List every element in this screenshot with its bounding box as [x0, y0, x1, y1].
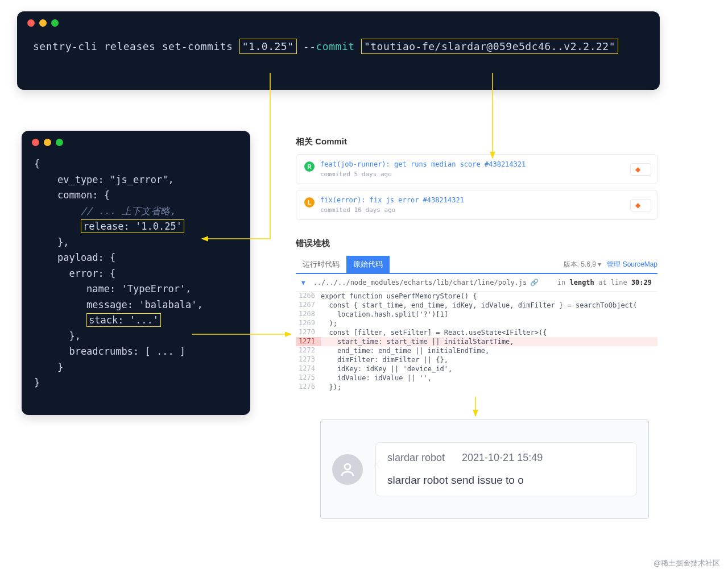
window-controls	[17, 11, 660, 27]
chat-bubble: slardar robot 2021-10-21 15:49 slardar r…	[375, 442, 637, 496]
chat-sender: slardar robot	[387, 452, 445, 464]
right-column: 相关 Commit Rfeat(job-runner): get runs me…	[296, 136, 657, 392]
commit-meta: commited 10 days ago	[320, 206, 649, 214]
chat-time: 2021-10-21 15:49	[462, 452, 543, 464]
error-json: { ev_type: "js_error", common: { // ... …	[22, 146, 250, 404]
trace-file-path: ../../../node_modules/echarts/lib/chart/…	[313, 279, 527, 286]
release-highlight: release: '1.0.25'	[81, 219, 184, 233]
code-text: });	[321, 383, 657, 392]
minimize-icon[interactable]	[39, 19, 47, 27]
cli-repo-ref-highlight: "toutiao-fe/slardar@059e5dc46..v2.2.22"	[361, 39, 618, 54]
stacktrace-tabs: 运行时代码 原始代码 版本: 5.6.9 ▾ 管理 SourceMap	[296, 256, 657, 274]
close-icon[interactable]	[27, 19, 35, 27]
line-number: 1269	[296, 319, 321, 328]
line-number: 1268	[296, 310, 321, 319]
chat-message: slardar robot send issue to o	[387, 474, 625, 487]
related-commit-heading: 相关 Commit	[296, 136, 657, 147]
code-row: 1273 dimFilter: dimFilter || {},	[296, 355, 657, 364]
gitlab-badge[interactable]: ◆	[630, 199, 651, 211]
code-text: const { start_time, end_time, idKey, idV…	[321, 301, 657, 310]
commit-meta: commited 5 days ago	[320, 171, 649, 178]
commit-avatar: L	[304, 197, 315, 207]
trace-location: in length at line 30:29	[557, 279, 652, 286]
code-row: 1270 const [filter, setFilter] = React.u…	[296, 328, 657, 337]
commit-card[interactable]: Lfix(error): fix js error #438214321comm…	[296, 190, 657, 220]
line-number: 1273	[296, 355, 321, 364]
code-text: export function usePerfMemoryStore() {	[321, 292, 657, 301]
tab-runtime-code[interactable]: 运行时代码	[296, 256, 346, 273]
caret-down-icon[interactable]: ▼	[301, 279, 305, 286]
code-row: 1269 );	[296, 319, 657, 328]
minimize-icon[interactable]	[44, 139, 51, 146]
cli-commit-keyword: commit	[316, 40, 355, 52]
line-number: 1275	[296, 373, 321, 383]
code-row: 1271 start_time: start_time || initialSt…	[296, 337, 657, 346]
code-text: end_time: end_time || initialEndTime,	[321, 346, 657, 355]
left-terminal: { ev_type: "js_error", common: { // ... …	[22, 131, 250, 415]
version-dropdown[interactable]: 5.6.9 ▾	[581, 260, 601, 268]
cli-prefix: sentry-cli releases set-commits	[33, 40, 233, 52]
top-terminal: sentry-cli releases set-commits "1.0.25"…	[17, 11, 660, 90]
tab-source-code[interactable]: 原始代码	[346, 256, 390, 273]
stacktrace-heading: 错误堆栈	[296, 238, 657, 249]
commit-avatar: R	[304, 161, 315, 172]
line-number: 1271	[296, 337, 321, 346]
commit-title[interactable]: feat(job-runner): get runs median score …	[320, 160, 649, 168]
close-icon[interactable]	[32, 139, 39, 146]
trace-file-header[interactable]: ▼ ../../../node_modules/echarts/lib/char…	[296, 274, 657, 292]
svg-point-0	[345, 464, 350, 470]
code-text: idKey: idKey || 'device_id',	[321, 364, 657, 373]
maximize-icon[interactable]	[56, 139, 63, 146]
manage-sourcemap-link[interactable]: 管理 SourceMap	[607, 260, 657, 269]
code-text: start_time: start_time || initialStartTi…	[321, 337, 657, 346]
chat-card: slardar robot 2021-10-21 15:49 slardar r…	[320, 420, 649, 519]
line-number: 1272	[296, 346, 321, 355]
code-row: 1266export function usePerfMemoryStore()…	[296, 292, 657, 301]
code-row: 1267 const { start_time, end_time, idKey…	[296, 301, 657, 310]
line-number: 1266	[296, 292, 321, 301]
link-icon[interactable]: 🔗	[530, 279, 539, 286]
cli-command: sentry-cli releases set-commits "1.0.25"…	[17, 27, 660, 68]
commit-card[interactable]: Rfeat(job-runner): get runs median score…	[296, 154, 657, 184]
line-number: 1274	[296, 364, 321, 373]
maximize-icon[interactable]	[51, 19, 59, 27]
code-row: 1276 });	[296, 383, 657, 392]
code-row: 1275 idValue: idValue || '',	[296, 373, 657, 383]
code-text: );	[321, 319, 657, 328]
commit-title[interactable]: fix(error): fix js error #438214321	[320, 196, 649, 204]
window-controls	[22, 131, 250, 146]
line-number: 1267	[296, 301, 321, 310]
gitlab-icon: ◆	[635, 201, 640, 209]
stack-highlight: stack: '...'	[86, 313, 161, 327]
gitlab-badge[interactable]: ◆	[630, 163, 651, 176]
watermark: @稀土掘金技术社区	[653, 558, 720, 568]
line-number: 1276	[296, 383, 321, 392]
cli-version-highlight: "1.0.25"	[239, 39, 297, 54]
gitlab-icon: ◆	[635, 165, 640, 173]
code-text: location.hash.split('?')[1]	[321, 310, 657, 319]
line-number: 1270	[296, 328, 321, 337]
code-row: 1268 location.hash.split('?')[1]	[296, 310, 657, 319]
code-row: 1272 end_time: end_time || initialEndTim…	[296, 346, 657, 355]
code-text: idValue: idValue || '',	[321, 373, 657, 383]
code-block: 1266export function usePerfMemoryStore()…	[296, 292, 657, 392]
code-row: 1274 idKey: idKey || 'device_id',	[296, 364, 657, 373]
avatar	[332, 454, 363, 485]
code-text: const [filter, setFilter] = React.useSta…	[321, 328, 657, 337]
cli-flag-dashes: --	[303, 40, 316, 52]
code-text: dimFilter: dimFilter || {},	[321, 355, 657, 364]
version-label: 版本: 5.6.9 ▾	[564, 260, 602, 269]
